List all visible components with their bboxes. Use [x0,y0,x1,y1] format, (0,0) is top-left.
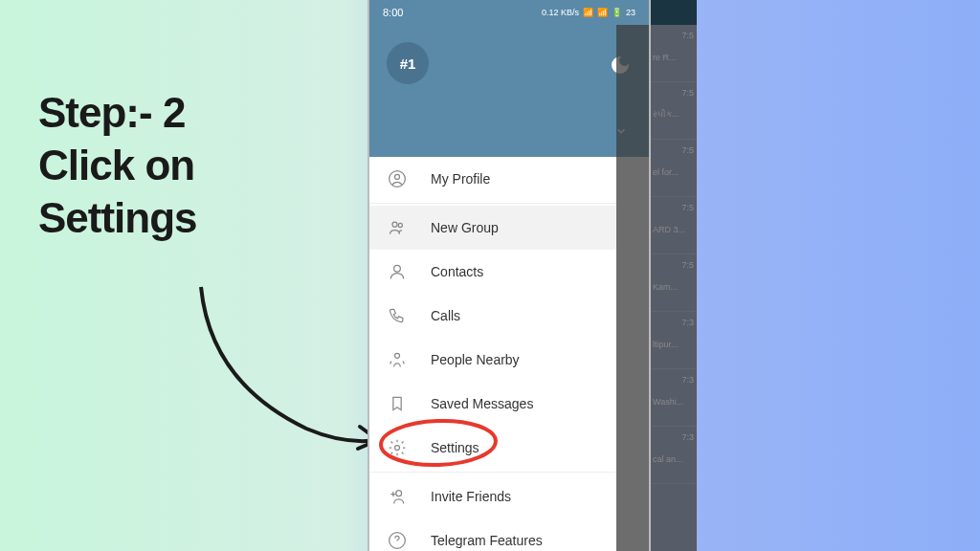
bookmark-icon [387,393,408,414]
svg-point-6 [395,446,400,451]
drawer-header: #1 [369,25,649,157]
menu-item-settings[interactable]: Settings [369,426,616,470]
menu-label: New Group [431,220,499,235]
menu-label: Telegram Features [431,533,543,548]
dimmed-chat-row: 7:5 સ્પીક... [651,82,697,140]
signal-icon: 📶 [583,8,593,17]
dimmed-overlay [616,25,651,551]
menu-item-features[interactable]: Telegram Features [369,518,616,551]
dimmed-chat-list: 7:5 re R... 7:5 સ્પીક... 7:5 el for... 7… [651,0,697,551]
menu-label: People Nearby [431,352,520,367]
data-rate: 0.12 KB/s [542,8,579,17]
status-indicators: 0.12 KB/s 📶 📶 🔋 23 [542,8,635,17]
invite-icon [387,486,408,507]
svg-point-1 [395,174,400,179]
gear-icon [387,437,408,458]
phone-frame: 8:00 0.12 KB/s 📶 📶 🔋 23 #1 My Profile [368,0,651,551]
menu-label: Calls [431,308,460,323]
svg-point-3 [398,223,402,227]
divider [369,203,616,204]
menu-item-invite[interactable]: Invite Friends [369,474,616,518]
menu-item-calls[interactable]: Calls [369,294,616,338]
divider [369,472,616,473]
user-circle-icon [387,168,408,189]
dimmed-chat-row: 7:3 Washi... [651,369,697,427]
people-nearby-icon [387,349,408,370]
user-avatar[interactable]: #1 [387,42,429,84]
menu-label: Settings [431,440,479,455]
menu-item-saved[interactable]: Saved Messages [369,382,616,426]
instruction-panel: Step:- 2 Click on Settings [38,86,306,244]
svg-point-4 [394,265,401,272]
battery-icon: 🔋 [612,8,622,17]
menu-label: Contacts [431,264,483,279]
dimmed-chat-row: 7:5 ARD 3... [651,197,697,254]
battery-percent: 23 [626,8,635,17]
status-bar: 8:00 0.12 KB/s 📶 📶 🔋 23 [369,0,649,25]
menu-item-contacts[interactable]: Contacts [369,250,616,294]
svg-point-5 [395,353,400,358]
menu-label: Saved Messages [431,396,533,411]
instruction-target: Settings [38,191,306,244]
dimmed-topbar [651,0,697,25]
dimmed-chat-row: 7:5 Kam... [651,254,697,312]
dimmed-chat-row: 7:5 el for... [651,140,697,197]
instruction-action: Click on [38,139,306,191]
menu-item-new-group[interactable]: New Group [369,206,616,250]
menu-item-profile[interactable]: My Profile [369,157,616,201]
dimmed-chat-row: 7:3 cal an... [651,427,697,484]
menu-label: Invite Friends [431,489,511,504]
menu-item-nearby[interactable]: People Nearby [369,338,616,382]
signal-icon-2: 📶 [597,8,608,17]
instruction-step: Step:- 2 [38,86,306,139]
svg-point-7 [396,491,402,496]
help-icon [387,530,408,551]
drawer-menu: My Profile New Group Contacts Calls [369,157,616,551]
dimmed-chat-row: 7:5 re R... [651,25,697,82]
svg-point-2 [392,222,397,227]
phone-icon [387,305,408,326]
users-icon [387,217,408,238]
avatar-label: #1 [400,55,416,72]
status-time: 8:00 [383,7,403,18]
contact-icon [387,261,408,282]
dimmed-chat-row: 7:3 ltipur... [651,312,697,369]
menu-label: My Profile [431,171,490,187]
